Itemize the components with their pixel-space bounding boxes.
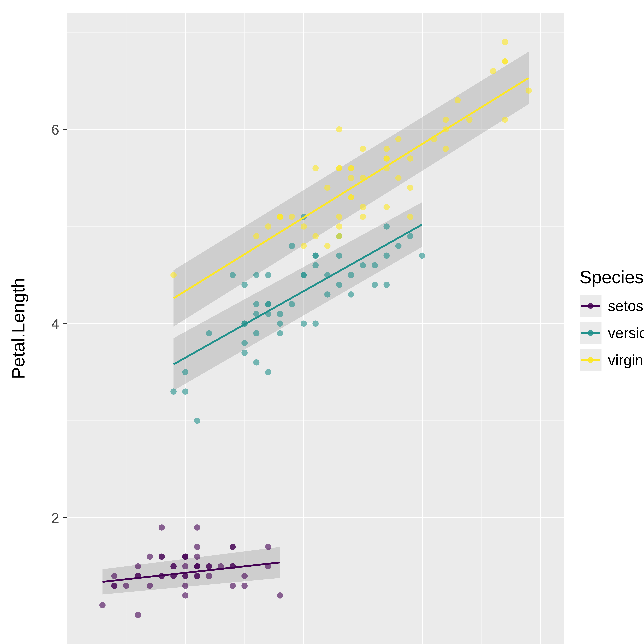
legend-point-virginica <box>588 357 593 363</box>
point-virginica <box>289 214 295 220</box>
point-versicolor <box>289 301 295 307</box>
point-virginica <box>383 155 390 162</box>
legend-point-versicolor <box>588 330 593 336</box>
point-versicolor <box>383 253 390 259</box>
point-versicolor <box>277 320 283 327</box>
point-setosa <box>111 583 117 589</box>
chart-root: 5678246Sepal.LengthPetal.LengthSpeciesse… <box>0 0 644 644</box>
point-virginica <box>360 146 366 152</box>
point-setosa <box>182 592 188 599</box>
point-setosa <box>194 573 200 579</box>
point-setosa <box>206 563 212 569</box>
point-virginica <box>277 214 283 220</box>
point-virginica <box>265 223 271 230</box>
point-virginica <box>360 214 366 220</box>
point-versicolor <box>241 282 248 288</box>
point-versicolor <box>241 350 248 356</box>
point-virginica <box>502 39 508 45</box>
point-virginica <box>407 155 413 162</box>
point-setosa <box>159 524 165 531</box>
point-virginica <box>383 146 390 152</box>
point-virginica <box>466 117 473 123</box>
point-versicolor <box>301 320 307 327</box>
y-tick-label: 4 <box>51 316 59 332</box>
point-setosa <box>265 544 271 550</box>
point-versicolor <box>253 359 259 366</box>
point-virginica <box>383 204 390 210</box>
point-setosa <box>194 524 200 531</box>
point-versicolor <box>383 282 390 288</box>
point-versicolor <box>301 272 307 278</box>
point-versicolor <box>324 291 331 298</box>
point-versicolor <box>289 243 295 249</box>
point-setosa <box>182 583 188 589</box>
point-virginica <box>348 165 354 171</box>
point-versicolor <box>348 291 354 298</box>
point-setosa <box>241 583 248 589</box>
point-virginica <box>395 136 401 142</box>
point-versicolor <box>419 253 425 259</box>
point-virginica <box>348 175 354 181</box>
point-versicolor <box>253 272 259 278</box>
point-versicolor <box>230 272 236 278</box>
point-virginica <box>455 97 461 103</box>
point-setosa <box>170 563 177 569</box>
point-virginica <box>336 223 342 230</box>
point-versicolor <box>312 320 319 327</box>
legend-label-versicolor: versicolor <box>608 325 644 341</box>
point-virginica <box>407 214 413 220</box>
point-versicolor <box>312 253 319 259</box>
point-versicolor <box>194 418 200 424</box>
point-versicolor <box>265 301 271 307</box>
point-versicolor <box>253 301 259 307</box>
point-setosa <box>99 602 106 608</box>
point-setosa <box>147 583 153 589</box>
point-setosa <box>194 563 200 569</box>
legend-title: Species <box>580 267 644 287</box>
point-versicolor <box>265 272 271 278</box>
point-virginica <box>301 223 307 230</box>
point-versicolor <box>360 262 366 268</box>
point-virginica <box>443 146 449 152</box>
legend-label-setosa: setosa <box>608 298 644 314</box>
point-virginica <box>502 117 508 123</box>
point-versicolor <box>372 282 378 288</box>
y-tick-label: 6 <box>51 122 59 138</box>
point-setosa <box>194 554 200 560</box>
point-setosa <box>135 612 141 618</box>
legend-label-virginica: virginica <box>608 352 644 368</box>
point-virginica <box>336 126 342 133</box>
point-versicolor <box>253 330 259 336</box>
point-setosa <box>241 573 248 579</box>
point-virginica <box>407 185 413 191</box>
point-versicolor <box>277 311 283 317</box>
point-virginica <box>312 165 319 171</box>
point-virginica <box>502 58 508 65</box>
point-setosa <box>182 554 188 560</box>
point-versicolor <box>336 282 342 288</box>
point-virginica <box>490 68 496 74</box>
point-versicolor <box>372 262 378 268</box>
point-versicolor <box>383 223 390 230</box>
point-versicolor <box>395 243 401 249</box>
point-versicolor <box>336 253 342 259</box>
point-setosa <box>230 583 236 589</box>
point-versicolor <box>312 262 319 268</box>
point-setosa <box>147 554 153 560</box>
point-versicolor <box>170 388 177 395</box>
point-setosa <box>182 563 188 569</box>
y-tick-label: 2 <box>51 510 59 526</box>
point-virginica <box>253 233 259 239</box>
point-versicolor <box>206 330 212 336</box>
y-axis-title: Petal.Length <box>8 278 28 379</box>
point-setosa <box>135 563 141 569</box>
point-versicolor <box>182 369 188 375</box>
point-virginica <box>360 204 366 210</box>
point-virginica <box>348 194 354 200</box>
point-virginica <box>443 117 449 123</box>
point-virginica <box>336 165 342 171</box>
legend-point-setosa <box>588 303 593 309</box>
point-setosa <box>194 544 200 550</box>
point-virginica <box>526 87 532 94</box>
point-virginica <box>395 175 401 181</box>
